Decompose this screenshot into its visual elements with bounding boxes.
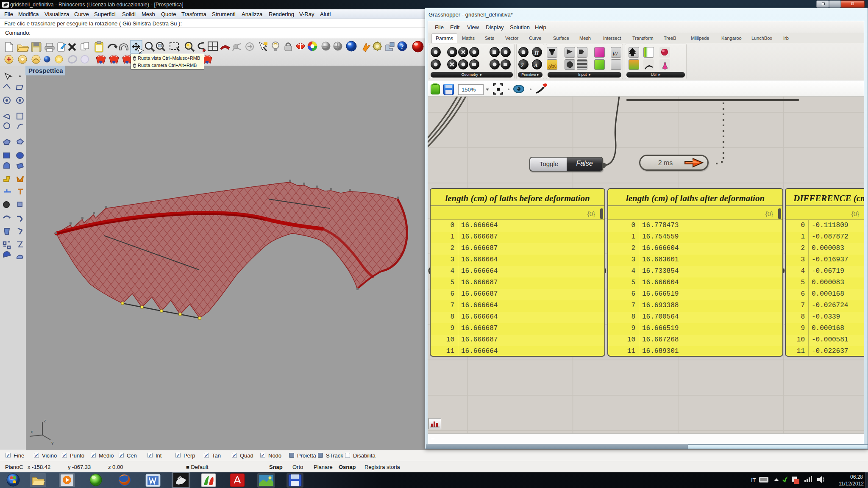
svg-text:V/: V/ xyxy=(612,50,618,57)
svg-text:06:28: 06:28 xyxy=(850,474,863,480)
svg-text:11/12/2012: 11/12/2012 xyxy=(839,481,864,487)
svg-text:?: ? xyxy=(401,43,404,50)
svg-text:abc: abc xyxy=(548,62,557,70)
svg-text:IT: IT xyxy=(751,477,756,483)
svg-text:x: x xyxy=(31,429,33,434)
svg-text:y: y xyxy=(51,440,54,445)
svg-text:II: II xyxy=(534,50,539,56)
svg-text:A: A xyxy=(534,62,538,68)
svg-text:7: 7 xyxy=(521,62,524,68)
svg-text:z: z xyxy=(44,418,46,423)
